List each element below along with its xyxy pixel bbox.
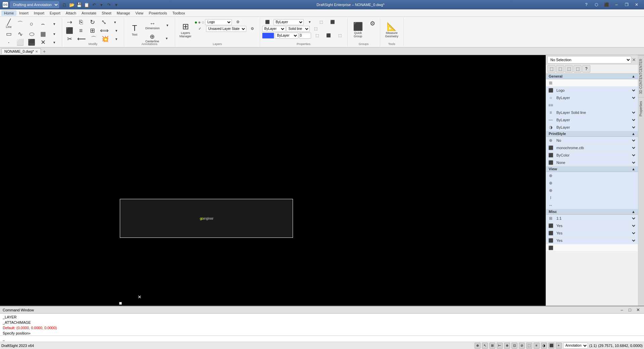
grid-icon[interactable]: ⊞ xyxy=(489,343,495,349)
prop-btn3[interactable]: ⬚ xyxy=(312,32,323,39)
ellipse-btn[interactable]: ⬭ xyxy=(26,30,37,38)
menu-manage[interactable]: Manage xyxy=(114,10,133,16)
3d-content-tab[interactable]: 3D CONTENTCENTER xyxy=(638,55,644,97)
open-btn[interactable]: 📂 xyxy=(68,1,75,8)
redo-btn[interactable]: ↷ xyxy=(105,1,112,8)
print-color-select[interactable]: ByColor xyxy=(554,152,637,158)
menu-view[interactable]: View xyxy=(133,10,146,16)
prop-btn1[interactable]: ⬚ xyxy=(316,19,327,25)
bylayer-combo[interactable]: ByLayer xyxy=(274,19,304,25)
layer-input[interactable] xyxy=(554,80,637,86)
panel-tb-btn2[interactable]: ⬚ xyxy=(556,65,564,73)
scale-btn[interactable]: ⤡ xyxy=(98,18,109,26)
rotate-btn[interactable]: ↻ xyxy=(87,18,98,26)
menu-annotate[interactable]: Annotate xyxy=(79,10,99,16)
color-box[interactable] xyxy=(262,33,274,39)
snap-off-icon[interactable]: ⊘ xyxy=(519,343,525,349)
measure-geometry-btn[interactable]: 📐 MeasureGeometry xyxy=(382,18,402,42)
cursor-icon[interactable]: ↖ xyxy=(482,343,488,349)
misc-yes3-select[interactable]: Yes xyxy=(554,237,637,244)
panel-close-btn[interactable]: ✕ xyxy=(631,56,637,63)
linetype-style-select[interactable]: ByLayer Solid line xyxy=(554,110,637,116)
cmd-maximize-btn[interactable]: □ xyxy=(627,307,633,313)
solid-line-combo[interactable]: Solid line xyxy=(286,26,310,32)
close-btn[interactable]: ✕ xyxy=(632,1,641,8)
general-section-header[interactable]: General ▲ xyxy=(546,74,638,79)
trim-btn[interactable]: ✂ xyxy=(64,35,75,43)
prop-match[interactable]: ⬛ xyxy=(262,19,273,25)
save-as-btn[interactable]: 📋 xyxy=(83,1,90,8)
misc-yes2-select[interactable]: Yes xyxy=(554,230,637,236)
view-y-input[interactable]: 5.0350 xyxy=(554,180,637,186)
view-z-input[interactable]: 0.0000 xyxy=(554,187,637,193)
snap-icon[interactable]: ⊕ xyxy=(475,343,481,349)
arc-btn[interactable]: ⌢ xyxy=(38,20,48,28)
lineweight-input[interactable] xyxy=(299,33,311,39)
restore-btn[interactable]: ❐ xyxy=(622,1,631,8)
menu-toolbox[interactable]: Toolbox xyxy=(170,10,188,16)
printstyle-section-header[interactable]: PrintStyle ▲ xyxy=(546,131,638,137)
panel-controls[interactable]: ⬡ xyxy=(592,1,601,8)
centerline-more[interactable]: ▾ xyxy=(161,35,172,42)
extend-btn[interactable]: ⟵ xyxy=(76,35,88,43)
fillet-btn[interactable]: ⌒ xyxy=(88,35,99,43)
menu-sheet[interactable]: Sheet xyxy=(99,10,114,16)
canvas-area[interactable]: goengineer ✕ xyxy=(0,55,546,306)
undo-btn[interactable]: ↶ xyxy=(91,1,97,8)
lweight-icon[interactable]: ≡ xyxy=(534,343,540,349)
new-btn[interactable]: 🗋 xyxy=(61,1,68,8)
array-btn[interactable]: ⊞ xyxy=(87,27,98,35)
layer-state-combo[interactable]: Unsaved Layer State xyxy=(206,26,246,32)
minimize-btn[interactable]: – xyxy=(612,1,621,8)
qat-customize[interactable]: ▾ xyxy=(113,1,119,8)
selection-icon[interactable]: ⬛ xyxy=(548,343,554,349)
lineweight-select[interactable]: ByLayer xyxy=(554,117,637,123)
color-select[interactable]: ByLayer xyxy=(554,95,637,101)
modify-more[interactable]: ▾ xyxy=(110,19,120,26)
view-x-input[interactable]: 9.5520 xyxy=(554,173,637,179)
copy-btn[interactable]: ⎘ xyxy=(76,18,86,26)
offset-btn[interactable]: ≡ xyxy=(76,27,86,35)
misc-section-header[interactable]: Misc ▲ xyxy=(546,209,638,215)
menu-insert[interactable]: Insert xyxy=(16,10,31,16)
view-w-input[interactable]: 47.7749 xyxy=(554,202,637,208)
mirror-btn[interactable]: ⬛ xyxy=(64,27,75,35)
help-btn[interactable]: ? xyxy=(582,1,591,8)
cmd-close-btn[interactable]: ✕ xyxy=(635,307,641,313)
prop-icons[interactable]: ⬚ xyxy=(310,26,321,32)
selection-combo[interactable]: No Selection xyxy=(547,56,631,63)
workspace-selector[interactable]: Drafting and Annotation xyxy=(10,1,59,8)
bylayer-more[interactable]: ▾ xyxy=(304,19,315,25)
dim-more[interactable]: ▾ xyxy=(162,22,173,29)
panel-scroll[interactable]: General ▲ ⊞ ⬛ Logo ○ ByLay xyxy=(546,74,638,306)
ortho-icon[interactable]: ⊢ xyxy=(497,343,503,349)
spline-btn[interactable]: ∿ xyxy=(15,30,26,38)
prop-btn5[interactable]: ⬚ xyxy=(335,32,345,39)
dimension-btn[interactable]: ↔Dimension xyxy=(144,19,161,31)
dyn-input-icon[interactable]: ⬚ xyxy=(526,343,532,349)
stretch-btn[interactable]: ⟺ xyxy=(98,27,110,35)
panel-tb-btn1[interactable]: ⬚ xyxy=(547,65,555,73)
print-ctb-select[interactable]: monochrome.ctb xyxy=(554,145,637,151)
menu-export[interactable]: Export xyxy=(47,10,63,16)
misc-yes1-select[interactable]: Yes xyxy=(554,223,637,229)
circle-btn[interactable]: ○ xyxy=(26,20,37,28)
modify-more3[interactable]: ▾ xyxy=(111,36,122,42)
prop-btn2[interactable]: ⬛ xyxy=(327,19,338,25)
cmd-minimize-btn[interactable]: – xyxy=(618,307,625,313)
menu-attach[interactable]: Attach xyxy=(63,10,79,16)
annotation-combo[interactable]: Annotation xyxy=(563,343,588,349)
quick-group-btn[interactable]: ⬛ QuickGroup xyxy=(350,18,366,42)
misc-empty-input[interactable] xyxy=(554,245,637,251)
rectangle-btn[interactable]: ▭ xyxy=(3,30,14,38)
transparency-select[interactable]: ByLayer xyxy=(554,124,637,130)
layer-name-combo[interactable]: Logo xyxy=(205,19,232,25)
panel-tb-btn4[interactable]: ⬚ xyxy=(574,65,582,73)
print-none-select[interactable]: None xyxy=(554,160,637,166)
save-btn[interactable]: 💾 xyxy=(76,1,83,8)
misc-scale-select[interactable]: 1:1 xyxy=(554,215,637,221)
explode-btn[interactable]: 💥 xyxy=(100,35,110,43)
resize-handle[interactable] xyxy=(119,302,122,305)
zoom-icon[interactable]: + xyxy=(556,343,562,349)
group-settings[interactable]: ⚙ xyxy=(367,19,378,28)
